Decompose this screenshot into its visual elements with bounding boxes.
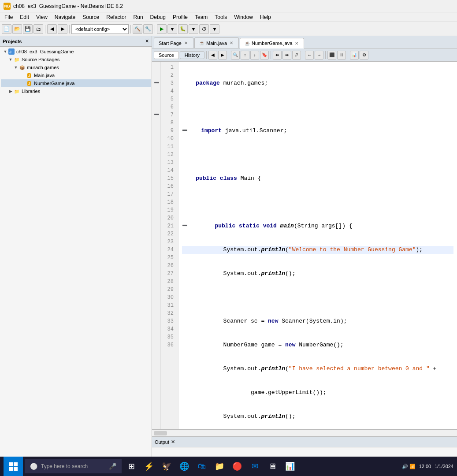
- toggle-bookmark-btn[interactable]: 🔖: [260, 51, 269, 60]
- go-fwd-btn[interactable]: ▶: [218, 51, 227, 60]
- taskbar-netbeans-icon[interactable]: ⚡: [141, 458, 157, 474]
- menu-edit[interactable]: Edit: [16, 13, 33, 21]
- taskbar-bird-icon[interactable]: 🦅: [159, 458, 175, 474]
- pause-btn[interactable]: ⏸: [337, 51, 346, 60]
- java-file-icon: J: [26, 72, 33, 79]
- tab-main-java[interactable]: ☕ Main.java ✕: [194, 37, 239, 48]
- source-packages-label: Source Packages: [22, 57, 59, 62]
- taskbar-search[interactable]: ⚪ Type here to search 🎤: [25, 459, 122, 473]
- run-dropdown[interactable]: ▼: [167, 24, 177, 34]
- forward-button[interactable]: ▶: [58, 24, 67, 34]
- build-button[interactable]: 🔨: [133, 24, 142, 34]
- ln-9: 9: [161, 127, 176, 135]
- profile-button[interactable]: ⏱: [199, 24, 209, 34]
- menu-file[interactable]: File: [1, 13, 16, 21]
- run-button[interactable]: ▶: [157, 24, 167, 34]
- project-name: ch08_ex3_GuessingGame: [16, 49, 74, 54]
- gutter-36: [152, 341, 160, 349]
- toggle-comment-btn[interactable]: //: [292, 51, 301, 60]
- menu-team[interactable]: Team: [191, 13, 211, 21]
- save-button[interactable]: 💾: [23, 24, 33, 34]
- taskbar-mail-icon[interactable]: ✉: [247, 458, 263, 474]
- menu-window[interactable]: Window: [230, 13, 256, 21]
- taskbar-excel-icon[interactable]: 📊: [282, 458, 298, 474]
- tab-close-start-page[interactable]: ✕: [183, 41, 189, 45]
- prev-bookmark-btn[interactable]: ⬅: [273, 51, 282, 60]
- tree-item-package[interactable]: ▼ 📦 murach.games: [1, 63, 151, 71]
- horizontal-scrollbar[interactable]: [152, 429, 457, 436]
- java-file-icon-2: J: [26, 80, 33, 87]
- gutter-21: [152, 222, 160, 230]
- options-btn[interactable]: ⚙: [360, 51, 368, 60]
- tree-item-libraries[interactable]: ▶ 📁 Libraries: [1, 87, 151, 95]
- menu-tools[interactable]: Tools: [211, 13, 230, 21]
- taskbar-edge-icon[interactable]: 🌐: [176, 458, 192, 474]
- menu-navigate[interactable]: Navigate: [51, 13, 79, 21]
- taskbar-explorer-icon[interactable]: 🖥: [264, 458, 280, 474]
- code-line-12: NumberGame game = new NumberGame();: [182, 341, 453, 349]
- close-output-icon[interactable]: ✕: [171, 439, 175, 445]
- close-projects-icon[interactable]: ✕: [145, 38, 149, 44]
- prev-occurrence-btn[interactable]: ↑: [241, 51, 249, 60]
- tab-start-page[interactable]: Start Page ✕: [154, 37, 193, 48]
- taskbar-store-icon[interactable]: 🛍: [194, 458, 210, 474]
- open-project-button[interactable]: 📂: [12, 24, 22, 34]
- ln-23: 23: [161, 238, 176, 246]
- menu-debug[interactable]: Debug: [147, 13, 169, 21]
- next-bookmark-btn[interactable]: ➡: [282, 51, 291, 60]
- history-tab-button[interactable]: History: [180, 51, 204, 59]
- tree-toggle-libs[interactable]: ▶: [8, 89, 13, 94]
- source-tab-button[interactable]: Source: [154, 51, 179, 59]
- tree-toggle-pkg[interactable]: ▼: [13, 65, 19, 70]
- task-view-button[interactable]: ⊞: [123, 458, 139, 474]
- gutter-12: [152, 151, 160, 159]
- outdent-btn[interactable]: ←: [305, 51, 314, 60]
- tree-item-numbergame-java[interactable]: J NumberGame.java: [1, 79, 151, 87]
- gutter-8: [152, 119, 160, 127]
- config-select[interactable]: <default config>: [71, 24, 129, 34]
- tree-toggle-project[interactable]: ▼: [3, 49, 8, 54]
- code-line-14: game.getUpperLimit());: [182, 389, 453, 397]
- tab-close-main-java[interactable]: ✕: [229, 41, 234, 45]
- debug-dropdown[interactable]: ▼: [189, 24, 198, 34]
- go-back-btn[interactable]: ◀: [208, 51, 217, 60]
- tree-item-source-packages[interactable]: ▼ 📁 Source Packages: [1, 56, 151, 63]
- search-circle-icon: ⚪: [30, 463, 37, 470]
- back-button[interactable]: ◀: [47, 24, 57, 34]
- gutter-16: [152, 182, 160, 190]
- editor-area: Start Page ✕ ☕ Main.java ✕ ☕ NumberGame.…: [152, 36, 457, 463]
- code-editor[interactable]: ➖ ➖: [152, 62, 457, 429]
- profile-dropdown[interactable]: ▼: [210, 24, 219, 34]
- menu-source[interactable]: Source: [79, 13, 103, 21]
- find-btn[interactable]: 🔍: [231, 51, 240, 60]
- scroll-thumb[interactable]: [154, 431, 167, 435]
- tree-item-project[interactable]: ▼ J ch08_ex3_GuessingGame: [1, 48, 151, 56]
- ln-3: 3: [161, 79, 176, 87]
- menu-profile[interactable]: Profile: [169, 13, 191, 21]
- tree-toggle-src[interactable]: ▼: [8, 57, 13, 62]
- clean-build-button[interactable]: 🔧: [143, 24, 153, 34]
- indent-btn[interactable]: →: [315, 51, 323, 60]
- tree-item-main-java[interactable]: J Main.java: [1, 71, 151, 79]
- gutter-30: [152, 294, 160, 301]
- stop-btn[interactable]: ⬛: [327, 51, 336, 60]
- taskbar-files-icon[interactable]: 📁: [212, 458, 227, 474]
- menu-run[interactable]: Run: [130, 13, 147, 21]
- save-all-button[interactable]: 🗂: [33, 24, 43, 34]
- menu-refactor[interactable]: Refactor: [103, 13, 130, 21]
- taskbar-chrome-icon[interactable]: 🔴: [229, 458, 245, 474]
- menu-help[interactable]: Help: [256, 13, 275, 21]
- start-button[interactable]: [4, 457, 23, 476]
- chart-btn[interactable]: 📊: [350, 51, 359, 60]
- code-line-6: [182, 198, 453, 206]
- svg-rect-4: [9, 467, 13, 471]
- tab-close-numbergame-java[interactable]: ✕: [294, 41, 299, 46]
- debug-button[interactable]: 🐛: [178, 24, 188, 34]
- tab-numbergame-java[interactable]: ☕ NumberGame.java ✕: [240, 38, 304, 48]
- next-occurrence-btn[interactable]: ↓: [250, 51, 259, 60]
- tab-numbergame-java-label: NumberGame.java: [252, 41, 292, 46]
- ln-33: 33: [161, 317, 176, 325]
- code-content[interactable]: package murach.games; ➖ import java.util…: [178, 62, 457, 429]
- new-file-button[interactable]: 📄: [2, 24, 11, 34]
- menu-view[interactable]: View: [33, 13, 51, 21]
